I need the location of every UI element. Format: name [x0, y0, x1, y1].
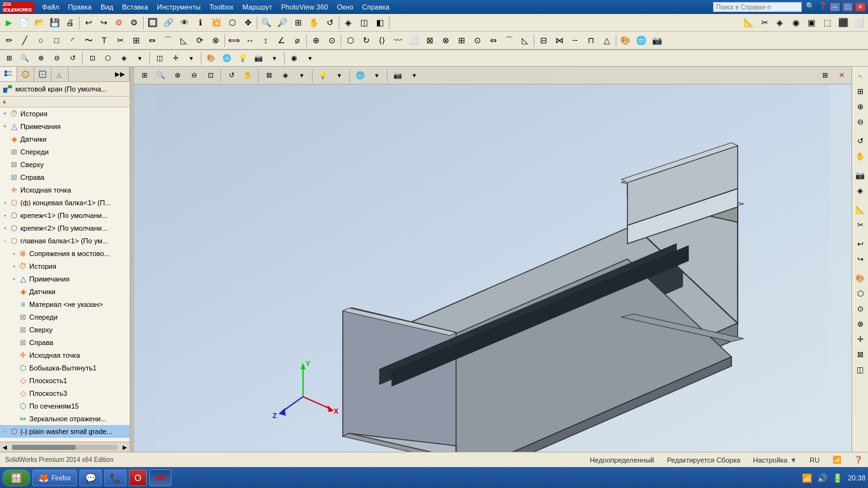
mate-button[interactable]: ⬡ [225, 16, 239, 30]
tree-item-plane1[interactable]: ◇ Плоскость1 [0, 374, 130, 387]
chamfer-feature-button[interactable]: ◺ [518, 34, 532, 48]
vp-close[interactable]: ✕ [834, 69, 848, 83]
vp-rotate[interactable]: ↺ [224, 69, 238, 83]
circular-pattern-button[interactable]: ⊙ [470, 34, 484, 48]
trim-extend-button[interactable]: ╌ [568, 34, 582, 48]
show-relations-button[interactable]: ⊙ [325, 34, 339, 48]
search-icon[interactable]: 🔍 [806, 2, 815, 12]
weld-button[interactable]: ⋈ [552, 34, 566, 48]
rp-shaded-button[interactable]: ◈ [853, 184, 867, 198]
tree-item-mirror[interactable]: ⇔ Зеркальное отражени... [0, 412, 130, 425]
zoom-out-button[interactable]: 🔎 [275, 16, 289, 30]
view-perspective-button[interactable]: ⬡ [101, 51, 115, 65]
tree-item-front-2[interactable]: ⊠ Спереди [0, 311, 130, 323]
menu-tools[interactable]: Инструменты [153, 2, 205, 12]
tree-item-right-2[interactable]: ⊠ Справа [0, 336, 130, 349]
expand-icon-history[interactable]: + [1, 110, 9, 118]
add-relation-button[interactable]: ⊕ [309, 34, 323, 48]
lighting-button[interactable]: 💡 [236, 51, 250, 65]
tree-item-front[interactable]: ⊠ Спереди [0, 146, 130, 158]
tab-feature-manager[interactable] [0, 67, 17, 81]
rp-zoom-fit-button[interactable]: ⊞ [853, 85, 867, 98]
menu-insert[interactable]: Вставка [118, 2, 152, 12]
component-properties-button[interactable]: ℹ [193, 16, 207, 30]
measure-button[interactable]: 📐 [742, 16, 756, 30]
close-button[interactable]: ✕ [855, 3, 865, 11]
feature-tree[interactable]: + ⏱ История + △ Примечания ◈ Датчики ⊠ С… [0, 107, 130, 442]
rp-extra-3[interactable]: ⊗ [853, 317, 867, 331]
menu-window[interactable]: Окно [333, 2, 357, 12]
arc-button[interactable]: ◜ [65, 34, 79, 48]
options-button[interactable]: ⚙ [127, 16, 141, 30]
expand-icon-main-beam[interactable]: − [1, 237, 9, 245]
menu-view[interactable]: Вид [97, 2, 117, 12]
expand-icon-history-2[interactable]: + [10, 262, 18, 270]
tree-item-boss[interactable]: ⬡ Бобышка-Вытянуть1 [0, 362, 130, 374]
rp-appearance-button[interactable]: 🎨 [853, 271, 867, 285]
view-orientation-button[interactable]: ⊡ [85, 51, 99, 65]
tree-item-notes[interactable]: + △ Примечания [0, 120, 130, 133]
tb-extra-3[interactable]: ▣ [804, 16, 818, 30]
tb-extra-5[interactable]: ⬛ [836, 16, 850, 30]
tab-property-manager[interactable]: i [17, 67, 34, 81]
render-button[interactable]: 📷 [650, 34, 664, 48]
hole-wizard-button[interactable]: ⊗ [438, 34, 452, 48]
tree-item-loft15[interactable]: ⬡ По сечениям15 [0, 400, 130, 412]
rp-extra-2[interactable]: ⊙ [853, 302, 867, 316]
tree-item-material[interactable]: ≡ Материал <не указан> [0, 298, 130, 311]
expand-icon-mates-1[interactable]: + [10, 250, 18, 257]
vp-dd3[interactable]: ▼ [370, 69, 384, 83]
tree-item-hardware2[interactable]: + ⬡ крепеж<2> (По умолчани... [0, 222, 130, 234]
tree-item-top[interactable]: ⊠ Сверху [0, 158, 130, 171]
linear-pattern-button[interactable]: ⊞ [454, 34, 468, 48]
rp-extra-5[interactable]: ⊠ [853, 348, 867, 362]
radial-dim-button[interactable]: ⌀ [290, 34, 304, 48]
tree-item-origin-2[interactable]: ✛ Исходная точка [0, 349, 130, 362]
3d-viewport[interactable]: ⊞ 🔍 ⊕ ⊖ ⊡ ↺ ✋ ⊠ ◈ ▼ 💡 ▼ 🌐 ▼ 📷 ▼ [134, 67, 851, 452]
pan-button[interactable]: ✋ [307, 16, 321, 30]
save-button[interactable]: 💾 [48, 16, 62, 30]
wireframe-button[interactable]: ◫ [357, 16, 371, 30]
vp-display[interactable]: ◈ [278, 69, 292, 83]
camera-button[interactable]: 📷 [252, 51, 266, 65]
rebuild-button[interactable]: ⚙ [112, 16, 126, 30]
fillet-feature-button[interactable]: ⌒ [502, 34, 516, 48]
zoom-in-button[interactable]: 🔍 [259, 16, 273, 30]
tree-item-sensors-2[interactable]: ◈ Датчики [0, 285, 130, 298]
start-button[interactable]: 🪟 [3, 470, 30, 486]
offset-button[interactable]: ⊞ [129, 34, 143, 48]
expand-icon-notes-2[interactable]: + [10, 275, 18, 283]
vp-render[interactable]: 📷 [391, 69, 405, 83]
tree-item-hardware1[interactable]: + ⬡ крепеж<1> (По умолчани... [0, 209, 130, 222]
expand-icon-plain-washer[interactable]: − [1, 428, 9, 435]
rp-zoom-in-button[interactable]: ⊕ [853, 100, 867, 114]
trim-button[interactable]: ✂ [113, 34, 127, 48]
expand-icon-hardware2[interactable]: + [1, 224, 9, 232]
shell-button[interactable]: ⬜ [407, 34, 421, 48]
menu-help[interactable]: Справка [358, 2, 393, 12]
config-expand[interactable]: ▼ [790, 456, 797, 464]
help-icon[interactable]: ❓ [818, 2, 827, 12]
appearance-button[interactable]: 🎨 [618, 34, 632, 48]
chamfer-button[interactable]: ◺ [177, 34, 191, 48]
vp-zoom-in[interactable]: ⊕ [170, 69, 184, 83]
display-style-button[interactable]: ◈ [117, 51, 131, 65]
tree-item-right[interactable]: ⊠ Справа [0, 171, 130, 184]
zoom-to-area-button[interactable]: 🔍 [18, 51, 32, 65]
mirror-feature-button[interactable]: ⇔ [486, 34, 500, 48]
render-view-button[interactable]: ◉ [287, 51, 301, 65]
undo-button[interactable]: ↩ [81, 16, 95, 30]
taskbar-opera[interactable]: O [129, 470, 147, 486]
hidden-lines-button[interactable]: ◧ [373, 16, 387, 30]
scroll-right-arrow[interactable]: ▶ [120, 444, 130, 451]
rp-extra-6[interactable]: ◫ [853, 363, 867, 377]
hide-show-planes-button[interactable]: ◫ [153, 51, 166, 65]
sketch-button[interactable]: ✏ [2, 34, 16, 48]
vp-pan[interactable]: ✋ [241, 69, 255, 83]
tree-item-notes-2[interactable]: + △ Примечания [0, 273, 130, 285]
tb-extra-4[interactable]: ⬚ [820, 16, 834, 30]
tree-item-plane3[interactable]: ◇ Плоскость3 [0, 387, 130, 400]
minimize-button[interactable]: ─ [830, 3, 840, 11]
loft-button[interactable]: ⟨⟩ [375, 34, 389, 48]
move-comp-button[interactable]: ✥ [241, 16, 255, 30]
